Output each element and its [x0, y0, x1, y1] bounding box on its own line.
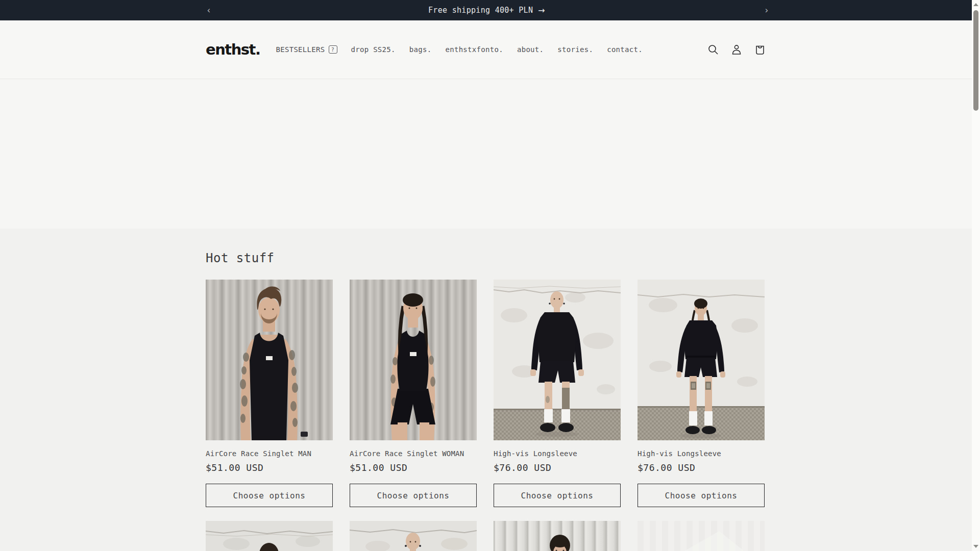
- nav-item-about[interactable]: about.: [517, 45, 544, 54]
- product-price: $76.00 USD: [494, 462, 621, 473]
- product-grid: AirCore Race Singlet MAN $51.00 USD Choo…: [206, 280, 768, 551]
- arrow-right-icon: →: [538, 6, 545, 15]
- nav-item-contact[interactable]: contact.: [607, 45, 643, 54]
- announcement-bar: ‹ Free shipping 400+ PLN → ›: [0, 0, 972, 20]
- scrollbar-thumb[interactable]: [973, 10, 978, 111]
- scrollbar-up-arrow-icon[interactable]: [973, 3, 978, 6]
- nav-item-bestsellers[interactable]: BESTSELLERS ?: [276, 45, 337, 54]
- product-card: [494, 521, 621, 551]
- hot-stuff-section: Hot stuff: [0, 229, 972, 551]
- choose-options-button[interactable]: Choose options: [638, 484, 765, 507]
- product-card: [350, 521, 477, 551]
- product-image-row2-2[interactable]: [350, 521, 477, 551]
- product-title[interactable]: AirCore Race Singlet WOMAN: [350, 449, 477, 458]
- header: enthst. BESTSELLERS ? drop SS25. bags. e…: [0, 20, 972, 79]
- product-price: $51.00 USD: [350, 462, 477, 473]
- scrollbar-track[interactable]: [972, 0, 980, 551]
- announcement-next-button[interactable]: ›: [761, 0, 773, 20]
- announcement-text: Free shipping 400+ PLN: [428, 6, 533, 15]
- product-card: High-vis Longsleeve $76.00 USD Choose op…: [638, 280, 765, 507]
- missing-glyph-icon: ?: [329, 45, 337, 54]
- nav-item-enthstxfonto[interactable]: enthstxfonto.: [445, 45, 503, 54]
- product-card: [638, 521, 765, 551]
- product-price: $51.00 USD: [206, 462, 333, 473]
- page: ‹ Free shipping 400+ PLN → › enthst. BES…: [0, 0, 972, 551]
- product-image-singlet-woman[interactable]: [350, 280, 477, 440]
- product-image-row2-3[interactable]: [494, 521, 621, 551]
- main-nav: BESTSELLERS ? drop SS25. bags. enthstxfo…: [276, 45, 643, 54]
- choose-options-button[interactable]: Choose options: [350, 484, 477, 507]
- product-card: [206, 521, 333, 551]
- product-image-longsleeve-man[interactable]: [494, 280, 621, 440]
- product-title[interactable]: AirCore Race Singlet MAN: [206, 449, 333, 458]
- product-price: $76.00 USD: [638, 462, 765, 473]
- scrollbar-down-arrow-icon[interactable]: [973, 545, 978, 548]
- product-image-longsleeve-woman[interactable]: [638, 280, 765, 440]
- cart-icon[interactable]: [752, 42, 768, 57]
- choose-options-button[interactable]: Choose options: [494, 484, 621, 507]
- product-image-row2-4[interactable]: [638, 521, 765, 551]
- choose-options-button[interactable]: Choose options: [206, 484, 333, 507]
- section-title: Hot stuff: [206, 251, 768, 265]
- announcement-message[interactable]: Free shipping 400+ PLN →: [428, 6, 545, 15]
- product-image-singlet-man[interactable]: [206, 280, 333, 440]
- nav-item-drop-ss25[interactable]: drop SS25.: [351, 45, 396, 54]
- product-image-row2-1[interactable]: [206, 521, 333, 551]
- product-card: High-vis Longsleeve $76.00 USD Choose op…: [494, 280, 621, 507]
- nav-item-bags[interactable]: bags.: [409, 45, 432, 54]
- product-title[interactable]: High-vis Longsleeve: [494, 449, 621, 458]
- hero-slideshow: [0, 79, 972, 229]
- product-card: AirCore Race Singlet WOMAN $51.00 USD Ch…: [350, 280, 477, 507]
- announcement-prev-button[interactable]: ‹: [203, 0, 215, 20]
- logo[interactable]: enthst.: [206, 41, 260, 58]
- account-icon[interactable]: [729, 42, 744, 57]
- product-title[interactable]: High-vis Longsleeve: [638, 449, 765, 458]
- product-card: AirCore Race Singlet MAN $51.00 USD Choo…: [206, 280, 333, 507]
- nav-item-stories[interactable]: stories.: [557, 45, 593, 54]
- search-icon[interactable]: [705, 42, 721, 57]
